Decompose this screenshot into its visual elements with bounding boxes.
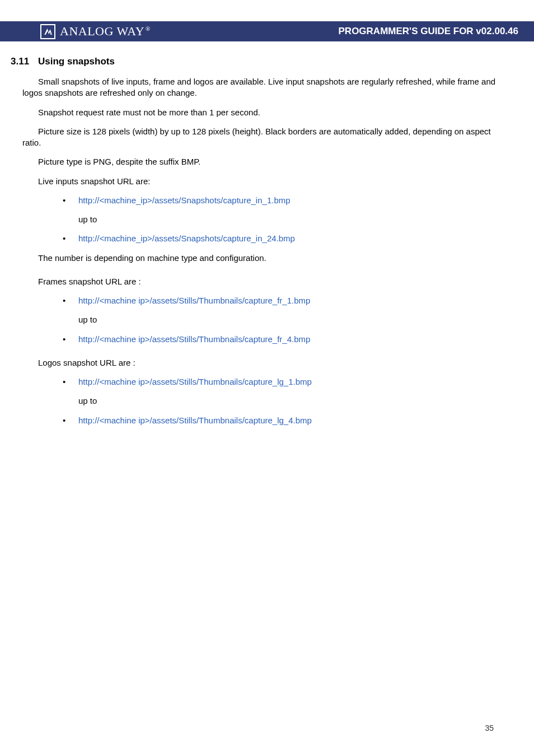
list-item: http://<machine ip>/assets/Stills/Thumbn… — [63, 376, 496, 407]
up-to-text: up to — [78, 395, 496, 407]
url-link[interactable]: http://<machine ip>/assets/Stills/Thumbn… — [78, 377, 312, 386]
page-number: 35 — [485, 724, 494, 732]
list-item: http://<machine ip>/assets/Stills/Thumbn… — [63, 415, 496, 426]
section-heading: 3.11Using snapshots — [11, 56, 496, 67]
brand-logo-icon — [40, 24, 55, 39]
paragraph: Snapshot request rate must not be more t… — [22, 107, 496, 118]
url-link[interactable]: http://<machine_ip>/assets/Snapshots/cap… — [78, 195, 291, 205]
logos-list: http://<machine ip>/assets/Stills/Thumbn… — [63, 376, 496, 426]
list-item: http://<machine_ip>/assets/Snapshots/cap… — [63, 233, 496, 244]
frames-list: http://<machine ip>/assets/Stills/Thumbn… — [63, 295, 496, 345]
header-title: PROGRAMMER'S GUIDE FOR v02.00.46 — [168, 21, 534, 41]
header-bar: ANALOG WAY® PROGRAMMER'S GUIDE FOR v02.0… — [0, 21, 534, 41]
paragraph: Picture type is PNG, despite the suffix … — [22, 156, 496, 167]
url-link[interactable]: http://<machine_ip>/assets/Snapshots/cap… — [78, 234, 295, 243]
up-to-text: up to — [78, 314, 496, 325]
header-logo-area: ANALOG WAY® — [0, 21, 168, 41]
page-content: 3.11Using snapshots Small snapshots of l… — [0, 41, 534, 426]
url-link[interactable]: http://<machine ip>/assets/Stills/Thumbn… — [78, 296, 310, 305]
list-item: http://<machine ip>/assets/Stills/Thumbn… — [63, 295, 496, 326]
paragraph: Picture size is 128 pixels (width) by up… — [22, 126, 496, 149]
brand-name: ANALOG WAY® — [60, 24, 151, 39]
list-item: http://<machine_ip>/assets/Snapshots/cap… — [63, 195, 496, 226]
url-link[interactable]: http://<machine ip>/assets/Stills/Thumbn… — [78, 334, 310, 344]
list-item: http://<machine ip>/assets/Stills/Thumbn… — [63, 334, 496, 345]
live-inputs-list: http://<machine_ip>/assets/Snapshots/cap… — [63, 195, 496, 245]
paragraph: Live inputs snapshot URL are: — [22, 176, 496, 187]
paragraph: Small snapshots of live inputs, frame an… — [22, 76, 496, 99]
paragraph: Logos snapshot URL are : — [22, 357, 496, 368]
url-link[interactable]: http://<machine ip>/assets/Stills/Thumbn… — [78, 416, 312, 425]
paragraph: Frames snapshot URL are : — [22, 276, 496, 287]
up-to-text: up to — [78, 214, 496, 225]
paragraph: The number is depending on machine type … — [22, 253, 496, 264]
